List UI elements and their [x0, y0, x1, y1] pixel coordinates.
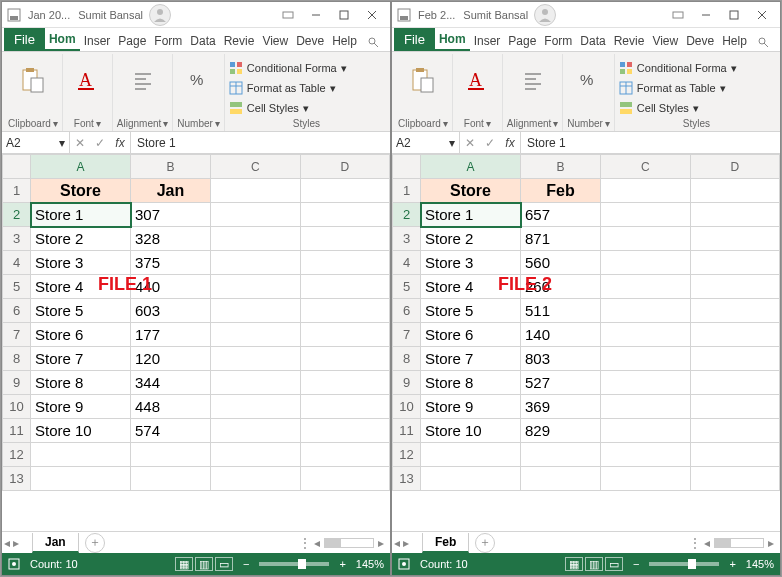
formula-input[interactable] — [131, 132, 390, 153]
cell[interactable] — [521, 443, 601, 467]
cell[interactable] — [211, 179, 301, 203]
cell[interactable]: Store — [421, 179, 521, 203]
tab-view[interactable]: View — [258, 30, 292, 51]
page-layout-view-icon[interactable]: ▥ — [195, 557, 213, 571]
sheet-tab[interactable]: Jan — [32, 533, 79, 553]
conditional-formatting-button[interactable]: Conditional Forma▾ — [229, 58, 347, 78]
cell[interactable] — [300, 323, 390, 347]
cell[interactable]: 803 — [521, 347, 601, 371]
cell[interactable]: 344 — [131, 371, 211, 395]
font-icon[interactable]: A — [71, 64, 103, 96]
cell[interactable] — [31, 467, 131, 491]
maximize-button[interactable] — [720, 3, 748, 27]
zoom-in-button[interactable]: + — [339, 558, 345, 570]
cell[interactable] — [211, 251, 301, 275]
cell[interactable]: Store 2 — [421, 227, 521, 251]
alignment-icon[interactable] — [517, 64, 549, 96]
cell[interactable] — [300, 395, 390, 419]
tab-home[interactable]: Hom — [435, 28, 470, 51]
cell[interactable] — [601, 347, 691, 371]
formula-input[interactable] — [521, 132, 780, 153]
chevron-down-icon[interactable]: ▾ — [449, 136, 455, 150]
cell[interactable]: Store 6 — [31, 323, 131, 347]
row-header[interactable]: 5 — [3, 275, 31, 299]
cell[interactable]: 448 — [131, 395, 211, 419]
column-header[interactable]: B — [521, 155, 601, 179]
fx-icon[interactable]: fx — [110, 136, 130, 150]
cell[interactable]: Store 1 — [31, 203, 131, 227]
cell[interactable] — [690, 299, 780, 323]
format-as-table-button[interactable]: Format as Table▾ — [229, 78, 336, 98]
cell[interactable]: Store 10 — [421, 419, 521, 443]
record-macro-icon[interactable] — [398, 558, 410, 570]
alignment-icon[interactable] — [127, 64, 159, 96]
column-header[interactable]: D — [300, 155, 390, 179]
normal-view-icon[interactable]: ▦ — [175, 557, 193, 571]
cell[interactable]: 120 — [131, 347, 211, 371]
chevron-down-icon[interactable]: ▾ — [59, 136, 65, 150]
cell[interactable] — [690, 347, 780, 371]
save-icon[interactable] — [6, 7, 22, 23]
number-icon[interactable]: % — [183, 64, 215, 96]
row-header[interactable]: 3 — [393, 227, 421, 251]
cell[interactable] — [211, 323, 301, 347]
cell[interactable] — [690, 443, 780, 467]
cell[interactable] — [690, 227, 780, 251]
close-button[interactable] — [748, 3, 776, 27]
cell[interactable]: Store 7 — [31, 347, 131, 371]
sheet-nav-arrows[interactable]: ◂ ▸ — [4, 536, 19, 550]
cell[interactable]: Store 6 — [421, 323, 521, 347]
cell[interactable] — [300, 227, 390, 251]
cell[interactable] — [300, 467, 390, 491]
view-buttons[interactable]: ▦ ▥ ▭ — [175, 557, 233, 571]
cell[interactable] — [300, 419, 390, 443]
cell-styles-button[interactable]: Cell Styles▾ — [229, 98, 309, 118]
cell[interactable] — [601, 419, 691, 443]
cell[interactable]: 603 — [131, 299, 211, 323]
cell[interactable]: Store — [31, 179, 131, 203]
column-header[interactable]: B — [131, 155, 211, 179]
tell-me-icon[interactable] — [751, 32, 775, 51]
cell[interactable] — [601, 371, 691, 395]
cell[interactable] — [601, 443, 691, 467]
cell[interactable]: 328 — [131, 227, 211, 251]
close-button[interactable] — [358, 3, 386, 27]
cell[interactable]: 177 — [131, 323, 211, 347]
cell[interactable]: Store 10 — [31, 419, 131, 443]
minimize-button[interactable] — [692, 3, 720, 27]
paste-icon[interactable] — [407, 64, 439, 96]
cell[interactable] — [421, 443, 521, 467]
cell[interactable] — [211, 395, 301, 419]
tab-page-layout[interactable]: Page — [114, 30, 150, 51]
sheet-tab[interactable]: Feb — [422, 533, 469, 553]
cell[interactable]: 140 — [521, 323, 601, 347]
tab-data[interactable]: Data — [186, 30, 219, 51]
page-break-view-icon[interactable]: ▭ — [605, 557, 623, 571]
cell[interactable]: Store 8 — [421, 371, 521, 395]
cell[interactable] — [131, 443, 211, 467]
zoom-slider[interactable] — [649, 562, 719, 566]
tab-home[interactable]: Hom — [45, 28, 80, 51]
column-header[interactable]: A — [31, 155, 131, 179]
row-header[interactable]: 5 — [393, 275, 421, 299]
enter-icon[interactable]: ✓ — [90, 136, 110, 150]
name-box[interactable]: A2▾ — [392, 132, 460, 153]
cell[interactable]: 829 — [521, 419, 601, 443]
tab-file[interactable]: File — [394, 28, 435, 51]
page-break-view-icon[interactable]: ▭ — [215, 557, 233, 571]
row-header[interactable]: 1 — [3, 179, 31, 203]
cell[interactable]: Feb — [521, 179, 601, 203]
cell[interactable] — [300, 251, 390, 275]
cell[interactable] — [601, 227, 691, 251]
name-box[interactable]: A2 ▾ — [2, 132, 70, 153]
save-icon[interactable] — [396, 7, 412, 23]
cell[interactable]: Store 5 — [421, 299, 521, 323]
cell[interactable] — [211, 227, 301, 251]
cell[interactable]: Store 7 — [421, 347, 521, 371]
normal-view-icon[interactable]: ▦ — [565, 557, 583, 571]
cell[interactable] — [601, 203, 691, 227]
cell[interactable] — [690, 179, 780, 203]
page-layout-view-icon[interactable]: ▥ — [585, 557, 603, 571]
spreadsheet-grid[interactable]: ABCD1StoreJan2Store 13073Store 23284Stor… — [2, 154, 390, 531]
row-header[interactable]: 8 — [3, 347, 31, 371]
